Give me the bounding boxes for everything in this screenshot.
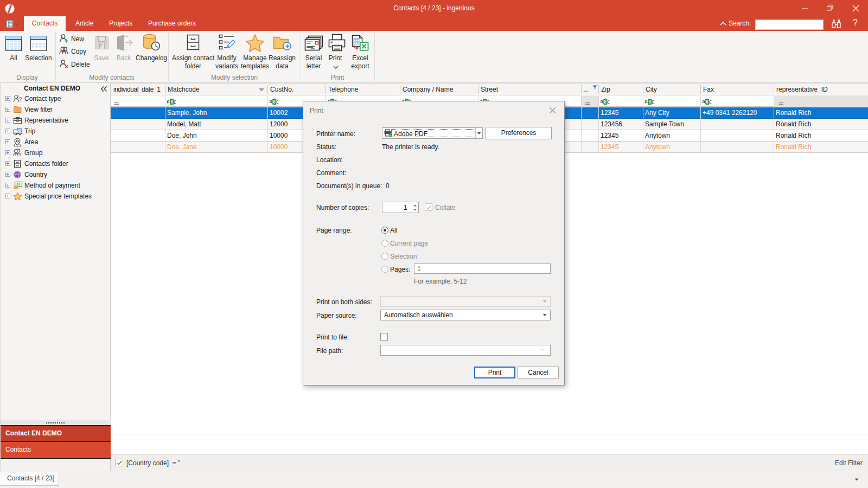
svg-text:?: ? bbox=[19, 97, 22, 102]
